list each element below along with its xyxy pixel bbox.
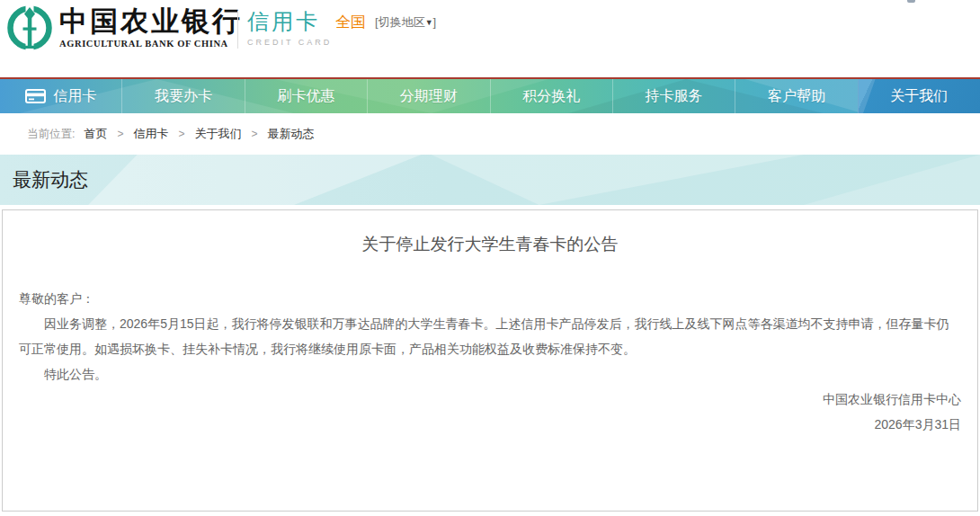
bank-name-cn: 中国农业银行 (59, 5, 243, 38)
nav-item-points-rewards[interactable]: 积分换礼 (490, 79, 612, 113)
region-switch-label: 切换地区 (379, 15, 425, 29)
bracket-close: ] (433, 15, 437, 29)
announcement-salutation: 尊敬的客户： (19, 286, 961, 311)
page-title: 最新动态 (0, 167, 88, 192)
credit-card-brand-block: 信用卡 CREDIT CARD (247, 8, 332, 47)
brand-title-cn: 信用卡 (247, 8, 332, 35)
header-divider (237, 11, 238, 49)
truncated-top-icon (907, 0, 915, 3)
nav-item-label: 积分换礼 (522, 87, 580, 106)
announcement-title: 关于停止发行大学生青春卡的公告 (19, 236, 961, 254)
announcement-body: 尊敬的客户： 因业务调整，2026年5月15日起，我行将停发银联和万事达品牌的大… (19, 286, 961, 437)
dropdown-arrow-icon: ▼ (425, 18, 433, 27)
bank-name-en: AGRICULTURAL BANK OF CHINA (59, 39, 243, 49)
abc-bank-logo-icon (6, 4, 53, 51)
breadcrumb-home[interactable]: 首页 (84, 126, 107, 142)
nav-item-about-us[interactable]: 关于我们 (858, 79, 980, 113)
announcement-paragraph: 因业务调整，2026年5月15日起，我行将停发银联和万事达品牌的大学生青春卡。上… (19, 311, 961, 361)
nav-item-installment-finance[interactable]: 分期理财 (367, 79, 489, 113)
page: 中国农业银行 AGRICULTURAL BANK OF CHINA 信用卡 CR… (0, 0, 980, 516)
nav-item-label: 信用卡 (53, 87, 96, 106)
breadcrumb-latest-news[interactable]: 最新动态 (268, 126, 315, 142)
bank-name-block: 中国农业银行 AGRICULTURAL BANK OF CHINA (59, 5, 243, 49)
breadcrumb-separator: > (117, 128, 123, 140)
nav-item-customer-help[interactable]: 客户帮助 (735, 79, 857, 113)
brand-title-en: CREDIT CARD (247, 38, 332, 47)
breadcrumb-prefix: 当前位置: (27, 127, 75, 142)
breadcrumb-about-us[interactable]: 关于我们 (195, 126, 242, 142)
site-header: 中国农业银行 AGRICULTURAL BANK OF CHINA 信用卡 CR… (0, 0, 980, 77)
region-switcher[interactable]: [切换地区▼] (375, 14, 436, 31)
announcement-signature: 中国农业银行信用卡中心 (19, 387, 961, 412)
breadcrumb: 当前位置: 首页 > 信用卡 > 关于我们 > 最新动态 (0, 113, 980, 155)
band-facet-decor (0, 155, 980, 205)
nav-item-card-offers[interactable]: 刷卡优惠 (245, 79, 367, 113)
credit-card-icon (25, 89, 46, 103)
nav-item-label: 我要办卡 (155, 87, 212, 106)
nav-item-label: 刷卡优惠 (277, 87, 334, 106)
breadcrumb-separator: > (179, 128, 185, 140)
announcement-closing: 特此公告。 (19, 361, 961, 387)
band-facet-decor (0, 155, 980, 205)
band-facet-decor (0, 155, 980, 205)
nav-item-label: 客户帮助 (768, 87, 825, 106)
breadcrumb-separator: > (252, 128, 258, 140)
nav-item-label: 持卡服务 (646, 87, 703, 106)
nav-item-label: 关于我们 (890, 87, 948, 106)
announcement-panel: 关于停止发行大学生青春卡的公告 尊敬的客户： 因业务调整，2026年5月15日起… (2, 209, 978, 512)
nav-item-apply-card[interactable]: 我要办卡 (121, 79, 244, 113)
nav-item-cardholder-services[interactable]: 持卡服务 (612, 79, 735, 113)
nav-item-label: 分期理财 (400, 87, 458, 106)
nav-item-credit-card[interactable]: 信用卡 (0, 79, 121, 113)
region-label[interactable]: 全国 (335, 12, 366, 32)
main-nav: 信用卡 我要办卡 刷卡优惠 分期理财 积分换礼 持卡服务 客户帮助 关于我们 (0, 79, 980, 113)
announcement-date: 2026年3月31日 (19, 412, 961, 437)
breadcrumb-credit-card[interactable]: 信用卡 (134, 126, 169, 142)
page-title-band: 最新动态 (0, 155, 980, 205)
